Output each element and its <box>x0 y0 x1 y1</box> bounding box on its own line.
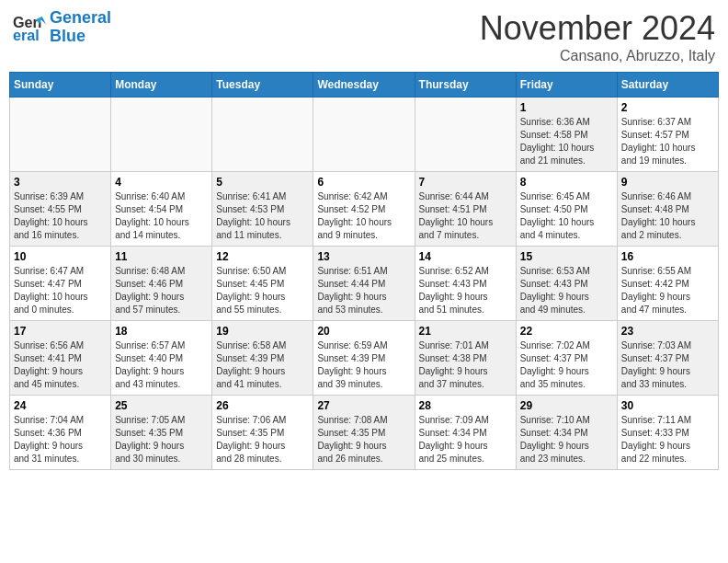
calendar-cell: 29Sunrise: 7:10 AM Sunset: 4:34 PM Dayli… <box>516 396 617 470</box>
calendar-cell: 21Sunrise: 7:01 AM Sunset: 4:38 PM Dayli… <box>415 321 516 396</box>
day-info: Sunrise: 6:53 AM Sunset: 4:43 PM Dayligh… <box>520 265 613 316</box>
calendar-cell: 15Sunrise: 6:53 AM Sunset: 4:43 PM Dayli… <box>516 247 617 321</box>
day-number: 19 <box>216 325 309 338</box>
day-number: 6 <box>317 176 410 189</box>
weekday-header-friday: Friday <box>516 73 617 98</box>
day-number: 26 <box>216 399 309 412</box>
day-number: 21 <box>419 325 512 338</box>
calendar-cell: 16Sunrise: 6:55 AM Sunset: 4:42 PM Dayli… <box>617 247 718 321</box>
logo-icon: Gen eral <box>13 11 46 44</box>
day-info: Sunrise: 7:01 AM Sunset: 4:38 PM Dayligh… <box>419 339 512 391</box>
day-info: Sunrise: 6:37 AM Sunset: 4:57 PM Dayligh… <box>621 116 714 167</box>
day-info: Sunrise: 7:08 AM Sunset: 4:35 PM Dayligh… <box>317 414 410 465</box>
day-number: 16 <box>621 250 714 263</box>
day-info: Sunrise: 6:48 AM Sunset: 4:46 PM Dayligh… <box>115 265 208 316</box>
day-number: 13 <box>317 250 410 263</box>
calendar-cell: 11Sunrise: 6:48 AM Sunset: 4:46 PM Dayli… <box>111 247 212 321</box>
svg-text:eral: eral <box>13 27 40 43</box>
day-info: Sunrise: 6:44 AM Sunset: 4:51 PM Dayligh… <box>419 190 512 242</box>
day-info: Sunrise: 6:39 AM Sunset: 4:55 PM Dayligh… <box>14 190 107 242</box>
title-block: November 2024 Cansano, Abruzzo, Italy <box>480 9 715 64</box>
day-number: 24 <box>14 399 107 412</box>
calendar-cell <box>111 98 212 172</box>
weekday-header-saturday: Saturday <box>617 73 718 98</box>
calendar-cell: 7Sunrise: 6:44 AM Sunset: 4:51 PM Daylig… <box>415 172 516 247</box>
day-info: Sunrise: 6:40 AM Sunset: 4:54 PM Dayligh… <box>115 190 208 242</box>
calendar-cell: 3Sunrise: 6:39 AM Sunset: 4:55 PM Daylig… <box>10 172 111 247</box>
calendar-table: SundayMondayTuesdayWednesdayThursdayFrid… <box>9 72 719 470</box>
calendar-cell <box>10 98 111 172</box>
day-info: Sunrise: 6:55 AM Sunset: 4:42 PM Dayligh… <box>621 265 714 316</box>
calendar-cell <box>313 98 415 172</box>
calendar-cell: 14Sunrise: 6:52 AM Sunset: 4:43 PM Dayli… <box>415 247 516 321</box>
calendar-cell: 10Sunrise: 6:47 AM Sunset: 4:47 PM Dayli… <box>10 247 111 321</box>
weekday-header-sunday: Sunday <box>10 73 111 98</box>
day-info: Sunrise: 7:10 AM Sunset: 4:34 PM Dayligh… <box>520 414 613 465</box>
calendar-cell: 22Sunrise: 7:02 AM Sunset: 4:37 PM Dayli… <box>516 321 617 396</box>
day-number: 9 <box>621 176 714 189</box>
day-info: Sunrise: 7:06 AM Sunset: 4:35 PM Dayligh… <box>216 414 309 465</box>
calendar-cell: 17Sunrise: 6:56 AM Sunset: 4:41 PM Dayli… <box>10 321 111 396</box>
logo-line1: General <box>50 8 111 27</box>
week-row-3: 10Sunrise: 6:47 AM Sunset: 4:47 PM Dayli… <box>10 247 719 321</box>
calendar-cell <box>415 98 516 172</box>
logo-line2: Blue <box>50 27 85 45</box>
logo-text: General Blue <box>50 9 111 46</box>
calendar-cell: 12Sunrise: 6:50 AM Sunset: 4:45 PM Dayli… <box>212 247 313 321</box>
weekday-header-tuesday: Tuesday <box>212 73 313 98</box>
day-number: 25 <box>115 399 208 412</box>
day-info: Sunrise: 7:05 AM Sunset: 4:35 PM Dayligh… <box>115 414 208 465</box>
calendar-cell: 1Sunrise: 6:36 AM Sunset: 4:58 PM Daylig… <box>516 98 617 172</box>
day-number: 1 <box>520 101 613 114</box>
calendar-cell: 23Sunrise: 7:03 AM Sunset: 4:37 PM Dayli… <box>617 321 718 396</box>
day-number: 3 <box>14 176 107 189</box>
day-info: Sunrise: 6:56 AM Sunset: 4:41 PM Dayligh… <box>14 339 107 391</box>
calendar-cell: 18Sunrise: 6:57 AM Sunset: 4:40 PM Dayli… <box>111 321 212 396</box>
calendar-cell: 4Sunrise: 6:40 AM Sunset: 4:54 PM Daylig… <box>111 172 212 247</box>
location: Cansano, Abruzzo, Italy <box>480 48 715 64</box>
calendar-cell: 25Sunrise: 7:05 AM Sunset: 4:35 PM Dayli… <box>111 396 212 470</box>
day-number: 12 <box>216 250 309 263</box>
day-info: Sunrise: 7:03 AM Sunset: 4:37 PM Dayligh… <box>621 339 714 391</box>
day-number: 28 <box>419 399 512 412</box>
day-number: 18 <box>115 325 208 338</box>
calendar-cell: 13Sunrise: 6:51 AM Sunset: 4:44 PM Dayli… <box>313 247 415 321</box>
day-number: 4 <box>115 176 208 189</box>
day-info: Sunrise: 6:51 AM Sunset: 4:44 PM Dayligh… <box>317 265 410 316</box>
day-number: 8 <box>520 176 613 189</box>
day-info: Sunrise: 6:57 AM Sunset: 4:40 PM Dayligh… <box>115 339 208 391</box>
day-info: Sunrise: 7:04 AM Sunset: 4:36 PM Dayligh… <box>14 414 107 465</box>
day-number: 10 <box>14 250 107 263</box>
calendar-cell: 8Sunrise: 6:45 AM Sunset: 4:50 PM Daylig… <box>516 172 617 247</box>
day-info: Sunrise: 6:36 AM Sunset: 4:58 PM Dayligh… <box>520 116 613 167</box>
weekday-header-row: SundayMondayTuesdayWednesdayThursdayFrid… <box>10 73 719 98</box>
day-info: Sunrise: 7:09 AM Sunset: 4:34 PM Dayligh… <box>419 414 512 465</box>
calendar-cell <box>212 98 313 172</box>
day-number: 7 <box>419 176 512 189</box>
calendar-cell: 30Sunrise: 7:11 AM Sunset: 4:33 PM Dayli… <box>617 396 718 470</box>
day-info: Sunrise: 6:42 AM Sunset: 4:52 PM Dayligh… <box>317 190 410 242</box>
weekday-header-wednesday: Wednesday <box>313 73 415 98</box>
day-number: 17 <box>14 325 107 338</box>
calendar-cell: 20Sunrise: 6:59 AM Sunset: 4:39 PM Dayli… <box>313 321 415 396</box>
day-info: Sunrise: 7:02 AM Sunset: 4:37 PM Dayligh… <box>520 339 613 391</box>
logo: Gen eral General Blue <box>13 9 111 46</box>
week-row-4: 17Sunrise: 6:56 AM Sunset: 4:41 PM Dayli… <box>10 321 719 396</box>
day-number: 2 <box>621 101 714 114</box>
calendar-cell: 9Sunrise: 6:46 AM Sunset: 4:48 PM Daylig… <box>617 172 718 247</box>
calendar-cell: 26Sunrise: 7:06 AM Sunset: 4:35 PM Dayli… <box>212 396 313 470</box>
day-number: 29 <box>520 399 613 412</box>
calendar-cell: 5Sunrise: 6:41 AM Sunset: 4:53 PM Daylig… <box>212 172 313 247</box>
day-info: Sunrise: 6:52 AM Sunset: 4:43 PM Dayligh… <box>419 265 512 316</box>
day-number: 14 <box>419 250 512 263</box>
day-info: Sunrise: 6:45 AM Sunset: 4:50 PM Dayligh… <box>520 190 613 242</box>
calendar-cell: 19Sunrise: 6:58 AM Sunset: 4:39 PM Dayli… <box>212 321 313 396</box>
day-number: 30 <box>621 399 714 412</box>
weekday-header-thursday: Thursday <box>415 73 516 98</box>
week-row-5: 24Sunrise: 7:04 AM Sunset: 4:36 PM Dayli… <box>10 396 719 470</box>
day-info: Sunrise: 6:47 AM Sunset: 4:47 PM Dayligh… <box>14 265 107 316</box>
day-info: Sunrise: 7:11 AM Sunset: 4:33 PM Dayligh… <box>621 414 714 465</box>
day-info: Sunrise: 6:46 AM Sunset: 4:48 PM Dayligh… <box>621 190 714 242</box>
day-number: 15 <box>520 250 613 263</box>
week-row-1: 1Sunrise: 6:36 AM Sunset: 4:58 PM Daylig… <box>10 98 719 172</box>
